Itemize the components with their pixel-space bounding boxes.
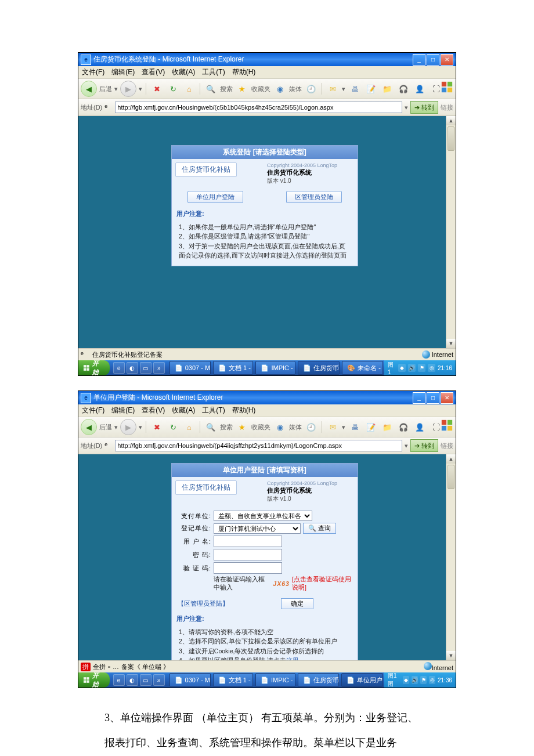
unit-user-login-button[interactable]: 单位用户登陆 — [187, 191, 243, 203]
menu-edit[interactable]: 编辑(E) — [111, 406, 135, 415]
tray-icon[interactable]: ◎ — [428, 364, 435, 372]
quick-launch-desktop-icon[interactable]: ▭ — [140, 674, 151, 686]
mail-icon[interactable]: ✉ — [326, 82, 340, 96]
edit-icon[interactable]: 📝 — [364, 420, 378, 434]
password-input[interactable] — [214, 549, 282, 560]
links-label[interactable]: 链接 — [441, 442, 453, 450]
search-icon[interactable]: 🔍 — [204, 82, 218, 96]
menu-view[interactable]: 查看(V) — [142, 67, 165, 77]
scroll-thumb[interactable] — [448, 126, 454, 151]
refresh-button[interactable]: ↻ — [166, 82, 180, 96]
print-icon[interactable]: 🖶 — [348, 82, 362, 96]
taskbar-item[interactable]: 📄 文档 1 - ... — [213, 361, 253, 375]
minimize-button[interactable]: _ — [413, 392, 425, 404]
media-label[interactable]: 媒体 — [289, 423, 302, 432]
menu-file[interactable]: 文件(F) — [82, 67, 104, 77]
home-button[interactable]: ⌂ — [182, 420, 196, 434]
menu-favorites[interactable]: 收藏(A) — [172, 67, 195, 77]
scrollbar[interactable]: ▲ ▼ — [446, 454, 456, 660]
maximize-button[interactable]: □ — [427, 392, 439, 404]
msn-icon[interactable]: 👤 — [413, 82, 427, 96]
quick-launch-ie-icon[interactable]: e — [113, 362, 125, 374]
minimize-button[interactable]: _ — [413, 54, 425, 66]
quick-launch-chevron-icon[interactable]: » — [153, 362, 165, 374]
search-label[interactable]: 搜索 — [220, 85, 233, 93]
folder-icon[interactable]: 📁 — [380, 420, 394, 434]
taskbar-item[interactable]: 📄 0307 - M... — [169, 673, 211, 687]
print-icon[interactable]: 🖶 — [348, 420, 362, 434]
headphones-icon[interactable]: 🎧 — [396, 82, 410, 96]
headphones-icon[interactable]: 🎧 — [396, 420, 410, 434]
quick-launch-icon[interactable]: ◐ — [127, 674, 138, 686]
stop-button[interactable]: ✖ — [150, 82, 164, 96]
ime-btn[interactable]: … — [113, 663, 119, 670]
system-tray[interactable]: 图1 ◆ 🔊 ⚑ ◎ 21:16 — [384, 360, 456, 375]
quick-launch-chevron-icon[interactable]: » — [153, 674, 165, 686]
media-icon[interactable]: ◉ — [273, 82, 287, 96]
quick-launch-ie-icon[interactable]: e — [113, 674, 125, 686]
submit-button[interactable]: 确定 — [281, 598, 313, 609]
home-button[interactable]: ⌂ — [182, 82, 196, 96]
tray-icon[interactable]: ◆ — [403, 676, 409, 684]
admin-here-link[interactable]: 这里 — [286, 657, 299, 660]
menu-favorites[interactable]: 收藏(A) — [172, 406, 195, 415]
tray-icon[interactable]: ◆ — [398, 364, 406, 372]
scroll-thumb[interactable] — [448, 465, 454, 489]
captcha-input[interactable] — [214, 562, 282, 574]
taskbar-item[interactable]: 📄 单位用户... — [341, 673, 383, 687]
tray-lang[interactable]: 图1 — [388, 361, 396, 375]
scrollbar[interactable]: ▲ ▼ — [446, 116, 456, 348]
taskbar-item[interactable]: 📄 0307 - M... — [169, 361, 211, 375]
address-input[interactable] — [115, 102, 402, 113]
menu-help[interactable]: 帮助(H) — [232, 406, 256, 415]
tray-icon[interactable]: ⚑ — [420, 676, 427, 684]
admin-login-link[interactable]: 【区管理员登陆】 — [178, 599, 229, 608]
media-icon[interactable]: ◉ — [273, 420, 287, 434]
menu-file[interactable]: 文件(F) — [82, 406, 104, 415]
menu-tools[interactable]: 工具(T) — [202, 406, 225, 415]
tray-icon[interactable]: ⚑ — [418, 364, 425, 372]
menu-view[interactable]: 查看(V) — [142, 406, 165, 415]
start-button[interactable]: 开始 — [78, 672, 110, 688]
pay-unit-select[interactable]: 差额、自收自支事业单位和各类企业 — [214, 511, 312, 521]
menu-edit[interactable]: 编辑(E) — [111, 67, 135, 77]
system-tray[interactable]: 图1 图 ◆ 🔊 ⚑ ◎ 21:36 — [384, 672, 456, 688]
start-button[interactable]: 开始 — [78, 360, 110, 375]
msn-icon[interactable]: 👤 — [413, 420, 427, 434]
edit-icon[interactable]: 📝 — [364, 82, 378, 96]
taskbar-item[interactable]: 📄 住房货币... — [298, 361, 340, 375]
scroll-down-icon[interactable]: ▼ — [446, 651, 456, 660]
favorites-icon[interactable]: ★ — [235, 82, 249, 96]
tray-icon[interactable]: ◎ — [429, 676, 435, 684]
media-label[interactable]: 媒体 — [289, 85, 302, 93]
quick-launch-desktop-icon[interactable]: ▭ — [140, 362, 151, 374]
tray-lang[interactable]: 图1 图 — [388, 672, 400, 688]
refresh-button[interactable]: ↻ — [166, 420, 180, 434]
reg-unit-select[interactable]: 厦门计算机测试中心 — [214, 523, 301, 534]
taskbar-item[interactable]: 📄 住房货币... — [298, 673, 340, 687]
ime-name[interactable]: 全拼 — [93, 663, 106, 671]
close-button[interactable]: ✕ — [441, 54, 453, 66]
mail-icon[interactable]: ✉ — [326, 420, 340, 434]
scroll-down-icon[interactable]: ▼ — [446, 339, 456, 348]
scroll-up-icon[interactable]: ▲ — [446, 454, 456, 464]
tray-icon[interactable]: 🔊 — [408, 364, 416, 372]
quick-launch-icon[interactable]: ◐ — [127, 362, 138, 374]
menu-tools[interactable]: 工具(T) — [202, 67, 225, 77]
username-input[interactable] — [214, 536, 282, 547]
go-button[interactable]: ➔ 转到 — [410, 439, 438, 452]
taskbar-item[interactable]: 🎨 未命名 - ... — [342, 361, 383, 375]
maximize-button[interactable]: □ — [427, 54, 439, 66]
search-label[interactable]: 搜索 — [220, 423, 233, 432]
history-icon[interactable]: 🕘 — [304, 420, 318, 434]
ime-btn[interactable]: ▫ — [108, 663, 110, 670]
go-button[interactable]: ➔ 转到 — [410, 101, 438, 114]
back-button[interactable]: ◀ — [81, 81, 97, 97]
menu-help[interactable]: 帮助(H) — [232, 67, 256, 77]
links-label[interactable]: 链接 — [441, 103, 453, 112]
search-icon[interactable]: 🔍 — [204, 420, 218, 434]
folder-icon[interactable]: 📁 — [380, 82, 394, 96]
history-icon[interactable]: 🕘 — [304, 82, 318, 96]
taskbar-item[interactable]: 📄 IMPIC - ... — [255, 361, 295, 375]
taskbar-item[interactable]: 📄 文档 1 - ... — [213, 673, 253, 687]
